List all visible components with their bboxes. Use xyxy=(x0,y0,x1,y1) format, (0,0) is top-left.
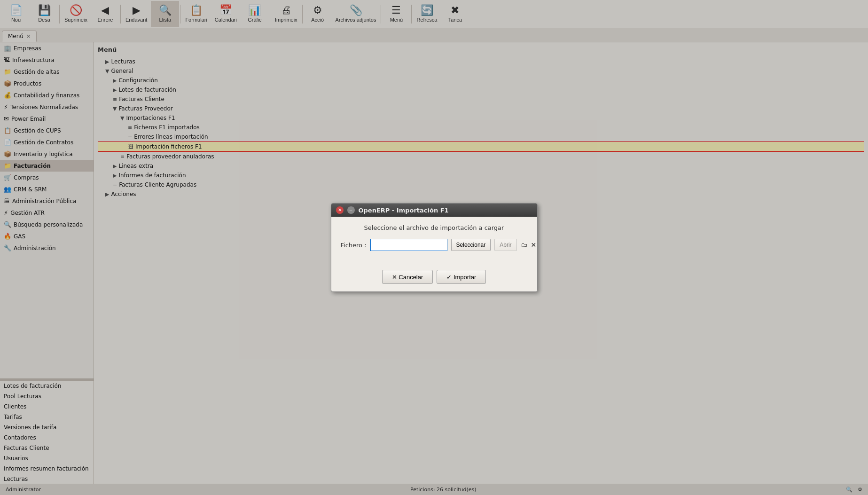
cancelar-button[interactable]: ✕ Cancelar xyxy=(382,270,433,284)
modal-subtitle: Seleccione el archivo de importación a c… xyxy=(341,224,528,231)
seleccionar-button[interactable]: Seleccionar xyxy=(451,239,491,251)
modal-footer: ✕ Cancelar ✓ Importar xyxy=(331,266,537,291)
modal-field-label: Fichero : xyxy=(341,242,367,249)
fichero-input[interactable] xyxy=(370,239,447,251)
modal-close-button[interactable]: ✕ xyxy=(336,206,344,214)
modal-title: OpenERP - Importación F1 xyxy=(359,207,449,214)
importar-button[interactable]: ✓ Importar xyxy=(437,270,486,284)
clear-icon[interactable]: ✕ xyxy=(531,241,537,249)
abrir-button[interactable]: Abrir xyxy=(494,239,516,251)
modal-minimize-button[interactable]: – xyxy=(347,206,355,214)
file-icon: 🗂 xyxy=(521,241,527,249)
import-dialog: ✕ – OpenERP - Importación F1 Seleccione … xyxy=(331,203,538,292)
modal-field-row: Fichero : Seleccionar Abrir 🗂 ✕ xyxy=(341,239,528,251)
modal-content: Seleccione el archivo de importación a c… xyxy=(331,217,537,266)
modal-overlay: ✕ – OpenERP - Importación F1 Seleccione … xyxy=(0,0,868,495)
modal-titlebar: ✕ – OpenERP - Importación F1 xyxy=(331,204,537,217)
